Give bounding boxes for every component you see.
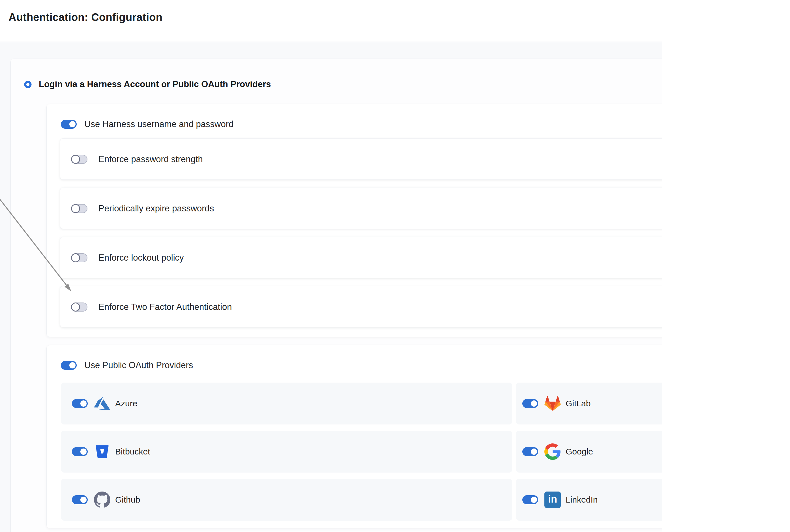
google-icon bbox=[544, 443, 561, 460]
linkedin-toggle[interactable] bbox=[522, 495, 538, 504]
option-label: Enforce Two Factor Authentication bbox=[98, 286, 232, 328]
enforce-lockout-policy-toggle[interactable] bbox=[72, 253, 88, 262]
azure-icon bbox=[94, 395, 110, 412]
periodically-expire-passwords-toggle[interactable] bbox=[72, 204, 88, 213]
toggle-knob bbox=[79, 496, 88, 504]
provider-name: Github bbox=[115, 495, 140, 505]
provider-tile-github: Github bbox=[61, 479, 512, 521]
toggle-knob bbox=[69, 120, 76, 128]
oauth-providers-section: Use Public OAuth Providers Azure bbox=[46, 345, 662, 528]
toggle-knob bbox=[69, 361, 76, 369]
enforce-lockout-policy-row: Enforce lockout policy bbox=[60, 237, 662, 278]
toggle-knob bbox=[530, 448, 538, 456]
toggle-knob bbox=[71, 303, 80, 311]
toggle-knob bbox=[71, 155, 80, 164]
radio-selected-icon[interactable] bbox=[24, 81, 32, 88]
provider-name: GitLab bbox=[566, 399, 591, 408]
use-public-oauth-providers-toggle[interactable] bbox=[61, 361, 77, 370]
oauth-section-label: Use Public OAuth Providers bbox=[84, 360, 193, 370]
page-title: Authentication: Configuration bbox=[8, 11, 162, 24]
enforce-two-factor-authentication-toggle[interactable] bbox=[72, 303, 88, 311]
harness-login-section: Use Harness username and password Enforc… bbox=[46, 104, 662, 337]
harness-section-label: Use Harness username and password bbox=[84, 119, 233, 129]
provider-name: Google bbox=[566, 447, 593, 456]
toggle-knob bbox=[79, 400, 88, 407]
bitbucket-toggle[interactable] bbox=[72, 447, 88, 456]
provider-tile-gitlab: GitLab bbox=[516, 383, 662, 424]
radio-label: Login via a Harness Account or Public OA… bbox=[39, 79, 271, 90]
toggle-knob bbox=[71, 204, 80, 213]
use-harness-username-password-toggle[interactable] bbox=[61, 120, 77, 129]
login-mechanisms-card: Login via a Harness Account or Public OA… bbox=[11, 59, 662, 532]
periodically-expire-passwords-row: Periodically expire passwords bbox=[60, 188, 662, 229]
option-label: Enforce password strength bbox=[98, 139, 203, 180]
gitlab-toggle[interactable] bbox=[522, 399, 538, 408]
provider-tile-google: Google bbox=[516, 431, 662, 473]
toggle-knob bbox=[71, 253, 80, 262]
azure-toggle[interactable] bbox=[72, 399, 88, 408]
gitlab-icon bbox=[544, 395, 561, 412]
harness-oauth-radio-row: Login via a Harness Account or Public OA… bbox=[24, 79, 271, 90]
toggle-knob bbox=[79, 448, 88, 456]
option-label: Enforce lockout policy bbox=[98, 237, 184, 279]
bitbucket-icon bbox=[94, 443, 110, 460]
provider-name: LinkedIn bbox=[566, 495, 598, 505]
enforce-password-strength-toggle[interactable] bbox=[72, 155, 88, 164]
provider-tile-azure: Azure bbox=[61, 383, 512, 424]
toggle-knob bbox=[530, 400, 538, 407]
provider-name: Bitbucket bbox=[115, 447, 150, 456]
github-toggle[interactable] bbox=[72, 495, 88, 504]
github-icon bbox=[94, 492, 110, 508]
enforce-two-factor-authentication-row: Enforce Two Factor Authentication bbox=[60, 286, 662, 327]
google-toggle[interactable] bbox=[522, 447, 538, 456]
auth-configuration-page: Authentication: Configuration Login via … bbox=[0, 0, 662, 532]
provider-tile-linkedin: in LinkedIn bbox=[516, 479, 662, 521]
toggle-knob bbox=[530, 496, 538, 504]
option-label: Periodically expire passwords bbox=[98, 188, 214, 229]
enforce-password-strength-row: Enforce password strength bbox=[60, 138, 662, 180]
linkedin-icon: in bbox=[544, 492, 561, 508]
provider-tile-bitbucket: Bitbucket bbox=[61, 431, 512, 473]
provider-name: Azure bbox=[115, 399, 137, 408]
